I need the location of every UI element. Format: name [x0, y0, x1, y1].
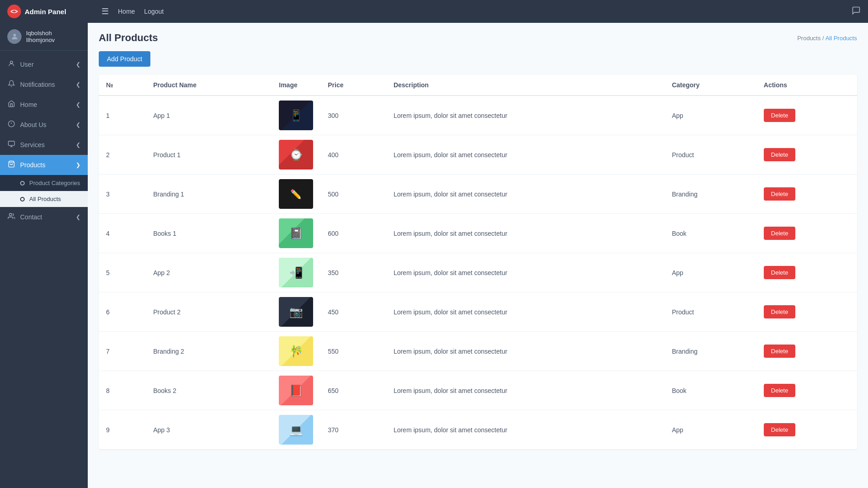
sidebar-item-contact[interactable]: Contact ❮ [0, 207, 88, 227]
cell-name: Branding 2 [146, 332, 272, 371]
sidebar-item-about-us[interactable]: About Us ❮ [0, 115, 88, 135]
product-image [279, 179, 313, 209]
cell-num: 5 [99, 253, 146, 292]
cell-price: 350 [320, 253, 386, 292]
delete-button[interactable]: Delete [764, 305, 796, 318]
delete-button[interactable]: Delete [764, 384, 796, 397]
cell-price: 300 [320, 95, 386, 135]
cell-category: App [665, 253, 756, 292]
product-image [279, 101, 313, 130]
delete-button[interactable]: Delete [764, 148, 796, 161]
cell-name: Product 1 [146, 135, 272, 175]
product-table: № Product Name Image Price Description C… [99, 75, 857, 449]
cell-actions: Delete [756, 332, 857, 371]
add-product-button[interactable]: Add Product [99, 51, 150, 67]
cell-num: 7 [99, 332, 146, 371]
col-product-name: Product Name [146, 75, 272, 95]
sidebar-item-services[interactable]: Services ❮ [0, 135, 88, 155]
table-row: 4 Books 1 600 Lorem ipsum, dolor sit ame… [99, 214, 857, 253]
breadcrumb-parent: Products [797, 35, 820, 42]
cell-description: Lorem ipsum, dolor sit amet consectetur [386, 371, 665, 410]
sidebar-item-notifications[interactable]: Notifications ❮ [0, 74, 88, 95]
cell-category: Product [665, 135, 756, 175]
cell-actions: Delete [756, 214, 857, 253]
page-title: All Products [99, 32, 158, 44]
sidebar-label-services: Services [20, 141, 45, 149]
table-header: № Product Name Image Price Description C… [99, 75, 857, 95]
cell-image [272, 332, 320, 371]
delete-button[interactable]: Delete [764, 423, 796, 436]
brand: <> Admin Panel [7, 5, 94, 18]
cell-name: App 1 [146, 95, 272, 135]
sidebar-item-services-row[interactable]: Services ❮ [0, 135, 88, 155]
col-actions: Actions [756, 75, 857, 95]
top-navbar: <> Admin Panel ☰ Home Logout [0, 0, 868, 23]
cell-name: Branding 1 [146, 175, 272, 214]
sidebar-label-user: User [20, 61, 34, 68]
breadcrumb-current: All Products [825, 35, 857, 42]
cell-actions: Delete [756, 253, 857, 292]
home-icon [7, 100, 16, 109]
table-header-row: № Product Name Image Price Description C… [99, 75, 857, 95]
cell-description: Lorem ipsum, dolor sit amet consectetur [386, 175, 665, 214]
sidebar-item-user-row[interactable]: User ❮ [0, 54, 88, 74]
cell-description: Lorem ipsum, dolor sit amet consectetur [386, 292, 665, 332]
product-image [279, 140, 313, 170]
cell-name: Product 2 [146, 292, 272, 332]
col-image: Image [272, 75, 320, 95]
sidebar-label-home: Home [20, 101, 37, 108]
nav-home[interactable]: Home [118, 8, 135, 15]
cell-image [272, 214, 320, 253]
cell-image [272, 175, 320, 214]
sidebar-item-home-row[interactable]: Home ❮ [0, 95, 88, 115]
hamburger-icon[interactable]: ☰ [101, 6, 109, 16]
sidebar-item-products-row[interactable]: Products ❯ [0, 155, 88, 175]
cell-description: Lorem ipsum, dolor sit amet consectetur [386, 253, 665, 292]
nav-logout[interactable]: Logout [144, 8, 164, 15]
col-description: Description [386, 75, 665, 95]
sidebar-item-product-categories[interactable]: Product Categories [0, 175, 88, 191]
delete-button[interactable]: Delete [764, 266, 796, 279]
cell-image [272, 292, 320, 332]
sidebar-item-about-row[interactable]: About Us ❮ [0, 115, 88, 135]
cell-price: 500 [320, 175, 386, 214]
cell-num: 6 [99, 292, 146, 332]
product-image [279, 376, 313, 405]
sidebar: Iqbolshoh Ilhomjonov User ❮ [0, 23, 88, 488]
cell-image [272, 410, 320, 450]
svg-point-1 [10, 61, 12, 64]
cell-num: 8 [99, 371, 146, 410]
col-category: Category [665, 75, 756, 95]
chevron-right-icon: ❮ [76, 61, 80, 68]
table-row: 8 Books 2 650 Lorem ipsum, dolor sit ame… [99, 371, 857, 410]
cell-actions: Delete [756, 95, 857, 135]
sidebar-label-about: About Us [20, 121, 47, 128]
cell-description: Lorem ipsum, dolor sit amet consectetur [386, 410, 665, 450]
cell-image [272, 135, 320, 175]
cell-price: 450 [320, 292, 386, 332]
nav-links: Home Logout [118, 8, 844, 15]
table-row: 5 App 2 350 Lorem ipsum, dolor sit amet … [99, 253, 857, 292]
cell-category: App [665, 410, 756, 450]
delete-button[interactable]: Delete [764, 109, 796, 122]
cell-image [272, 253, 320, 292]
delete-button[interactable]: Delete [764, 227, 796, 240]
cell-name: Books 1 [146, 214, 272, 253]
cell-description: Lorem ipsum, dolor sit amet consectetur [386, 95, 665, 135]
avatar [7, 29, 21, 44]
sidebar-user: Iqbolshoh Ilhomjonov [0, 23, 88, 51]
sidebar-item-all-products[interactable]: All Products [0, 191, 88, 207]
breadcrumb: Products / All Products [797, 35, 857, 42]
sidebar-item-contact-row[interactable]: Contact ❮ [0, 207, 88, 227]
sidebar-item-user[interactable]: User ❮ [0, 54, 88, 74]
sidebar-item-notifications-row[interactable]: Notifications ❮ [0, 74, 88, 95]
cell-image [272, 371, 320, 410]
product-image [279, 415, 313, 445]
sidebar-item-home[interactable]: Home ❮ [0, 95, 88, 115]
delete-button[interactable]: Delete [764, 187, 796, 201]
delete-button[interactable]: Delete [764, 345, 796, 358]
chat-icon[interactable] [852, 6, 861, 17]
sidebar-item-products[interactable]: Products ❯ Product Categories All Produc… [0, 155, 88, 207]
table-row: 6 Product 2 450 Lorem ipsum, dolor sit a… [99, 292, 857, 332]
circle-icon [20, 197, 25, 202]
